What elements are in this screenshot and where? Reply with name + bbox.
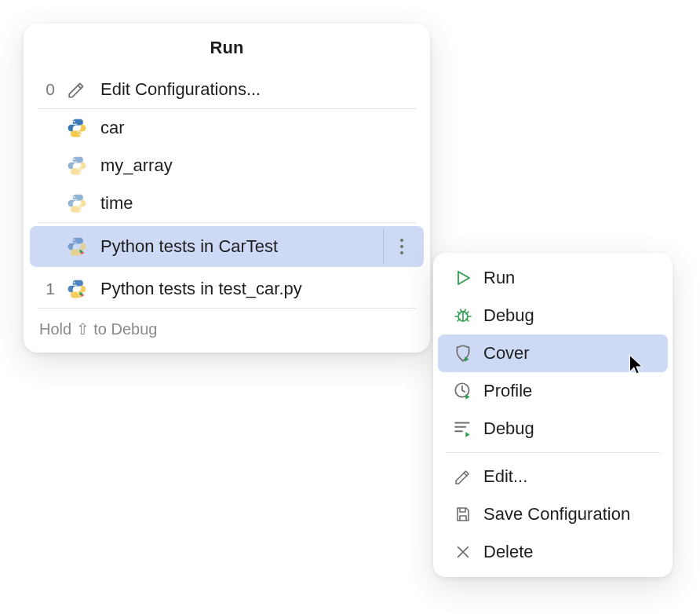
edit-configurations-label: Edit Configurations...: [94, 79, 419, 100]
play-icon: [447, 269, 479, 287]
svg-point-1: [78, 133, 80, 135]
ctx-cover[interactable]: Cover: [438, 334, 668, 372]
svg-point-4: [73, 196, 75, 198]
ctx-label: Profile: [479, 381, 532, 401]
ctx-save[interactable]: Save Configuration: [438, 495, 668, 533]
run-popup: Run 0 Edit Configurations... car: [24, 24, 430, 353]
ctx-label: Save Configuration: [479, 504, 630, 524]
config-label: my_array: [94, 155, 419, 176]
ctx-label: Run: [479, 268, 515, 288]
python-test-icon: [60, 278, 94, 300]
svg-point-0: [73, 121, 75, 122]
svg-point-8: [400, 239, 403, 242]
context-menu: Run Debug Cover Profile: [433, 253, 673, 577]
config-row-myarray[interactable]: my_array: [24, 147, 430, 185]
python-icon: [60, 155, 94, 177]
python-test-icon: [60, 236, 94, 258]
lines-icon: [447, 418, 479, 439]
row-number: 0: [35, 80, 60, 99]
clock-icon: [447, 381, 479, 401]
svg-point-10: [400, 251, 403, 254]
test-config-row-cartest[interactable]: Python tests in CarTest: [30, 226, 424, 267]
ctx-delete[interactable]: Delete: [438, 533, 668, 571]
bug-icon: [447, 306, 479, 325]
more-options-button[interactable]: [383, 229, 419, 264]
svg-point-5: [78, 209, 80, 210]
test-config-label: Python tests in CarTest: [94, 236, 383, 257]
ctx-edit[interactable]: Edit...: [438, 458, 668, 495]
python-icon: [60, 192, 94, 214]
svg-point-9: [400, 245, 403, 248]
svg-point-6: [73, 239, 75, 241]
divider: [446, 452, 660, 453]
cross-icon: [447, 543, 479, 561]
ctx-debug2[interactable]: Debug: [438, 410, 668, 448]
ctx-label: Delete: [479, 542, 534, 562]
ctx-label: Debug: [479, 418, 534, 439]
svg-point-11: [73, 282, 75, 283]
ctx-debug[interactable]: Debug: [438, 297, 668, 334]
edit-configurations-row[interactable]: 0 Edit Configurations...: [24, 71, 430, 108]
ctx-profile[interactable]: Profile: [438, 372, 668, 410]
test-config-row-testcar[interactable]: 1 Python tests in test_car.py: [24, 270, 430, 308]
python-icon: [60, 117, 94, 139]
floppy-icon: [447, 505, 479, 524]
ctx-label: Cover: [479, 343, 530, 364]
config-label: car: [94, 118, 419, 138]
ctx-label: Edit...: [479, 466, 527, 487]
run-popup-footer: Hold ⇧ to Debug: [24, 309, 430, 353]
ctx-run[interactable]: Run: [438, 259, 668, 297]
shield-icon: [447, 343, 479, 364]
row-number: 1: [35, 280, 60, 298]
run-popup-title: Run: [24, 24, 430, 71]
pencil-icon: [60, 79, 94, 100]
pencil-icon: [447, 467, 479, 486]
config-row-time[interactable]: time: [24, 185, 430, 222]
test-config-label: Python tests in test_car.py: [94, 279, 419, 299]
ctx-label: Debug: [479, 305, 534, 326]
divider: [38, 222, 416, 223]
config-label: time: [94, 193, 419, 214]
svg-point-2: [73, 159, 75, 160]
svg-point-3: [78, 171, 80, 173]
config-row-car[interactable]: car: [24, 109, 430, 147]
